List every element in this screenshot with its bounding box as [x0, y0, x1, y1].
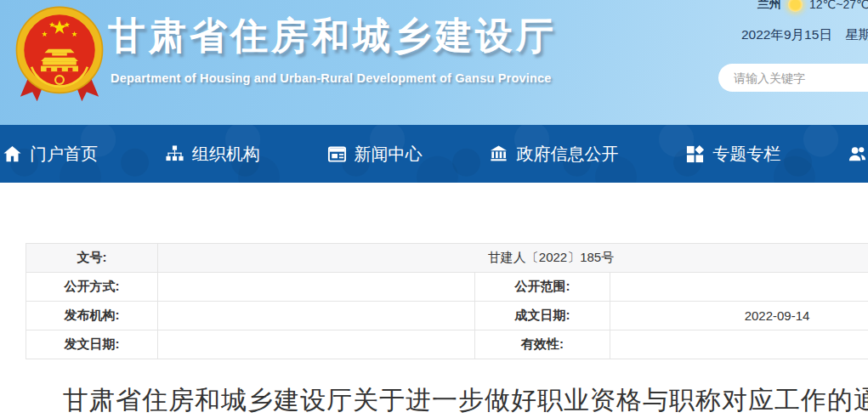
- issue-date-label: 发文日期:: [26, 330, 158, 359]
- table-row: 发文日期: 有效性:: [26, 330, 868, 359]
- issue-date-value: [158, 330, 475, 359]
- weather-temperature: 12℃~27℃: [809, 0, 868, 11]
- table-row: 文号: 甘建人〔2022〕185号: [26, 244, 868, 273]
- doc-number-value: 甘建人〔2022〕185号: [158, 244, 868, 273]
- nav-item-organization[interactable]: 组织机构: [165, 143, 260, 166]
- publisher-value: [158, 302, 475, 330]
- nav-item-news[interactable]: 新闻中心: [327, 143, 423, 166]
- national-emblem-icon: [13, 3, 106, 111]
- main-nav: 门户首页 组织机构: [0, 125, 868, 183]
- article-title: 甘肃省住房和城乡建设厅关于进一步做好职业资格与职称对应工作的通知: [26, 383, 868, 418]
- home-icon: [3, 144, 22, 164]
- nav-item-home[interactable]: 门户首页: [3, 143, 98, 166]
- nav-item-label: 政府信息公开: [516, 143, 618, 166]
- nav-item-label: 组织机构: [192, 143, 260, 166]
- nav-item-gov-info[interactable]: 政府信息公开: [489, 143, 618, 166]
- document-meta-table: 文号: 甘建人〔2022〕185号 公开方式: 公开范围: 发布机构: 成文日期…: [26, 243, 868, 359]
- search-input[interactable]: [718, 64, 868, 92]
- people-icon: [848, 144, 867, 164]
- nav-item-interaction[interactable]: [848, 144, 868, 164]
- site-title: 甘肃省住房和城乡建设厅: [108, 11, 557, 61]
- nav-item-label: 新闻中心: [355, 143, 423, 166]
- sun-icon: [788, 0, 803, 12]
- nav-item-label: 门户首页: [30, 143, 98, 166]
- nav-item-topics[interactable]: 专题专栏: [685, 143, 780, 166]
- site-subtitle: Department of Housing and Urban-Rural De…: [111, 71, 552, 85]
- validity-value: [610, 330, 868, 359]
- nav-inner: 门户首页 组织机构: [0, 143, 868, 166]
- topics-grid-icon: [685, 144, 705, 164]
- weather-widget: 兰州 12℃~27℃: [757, 0, 868, 12]
- nav-item-label: 专题专栏: [712, 143, 780, 166]
- validity-label: 有效性:: [475, 330, 610, 359]
- open-method-label: 公开方式:: [26, 273, 158, 302]
- written-date-value: 2022-09-14: [610, 302, 868, 330]
- publisher-label: 发布机构:: [26, 302, 158, 330]
- doc-number-label: 文号:: [26, 244, 158, 273]
- org-chart-icon: [165, 144, 184, 164]
- table-row: 公开方式: 公开范围:: [26, 273, 868, 302]
- site-header: 甘肃省住房和城乡建设厅 Department of Housing and Ur…: [0, 0, 868, 125]
- open-method-value: [158, 273, 475, 302]
- table-row: 发布机构: 成文日期: 2022-09-14: [26, 302, 868, 330]
- weather-city: 兰州: [757, 0, 781, 12]
- written-date-label: 成文日期:: [475, 302, 610, 330]
- page: 甘肃省住房和城乡建设厅 Department of Housing and Ur…: [0, 0, 868, 418]
- content-area: 文号: 甘建人〔2022〕185号 公开方式: 公开范围: 发布机构: 成文日期…: [0, 183, 868, 418]
- open-scope-value: [610, 273, 868, 302]
- gov-building-icon: [489, 144, 508, 164]
- current-date: 2022年9月15日 星期四: [741, 26, 868, 44]
- news-icon: [327, 144, 347, 164]
- open-scope-label: 公开范围:: [475, 273, 610, 302]
